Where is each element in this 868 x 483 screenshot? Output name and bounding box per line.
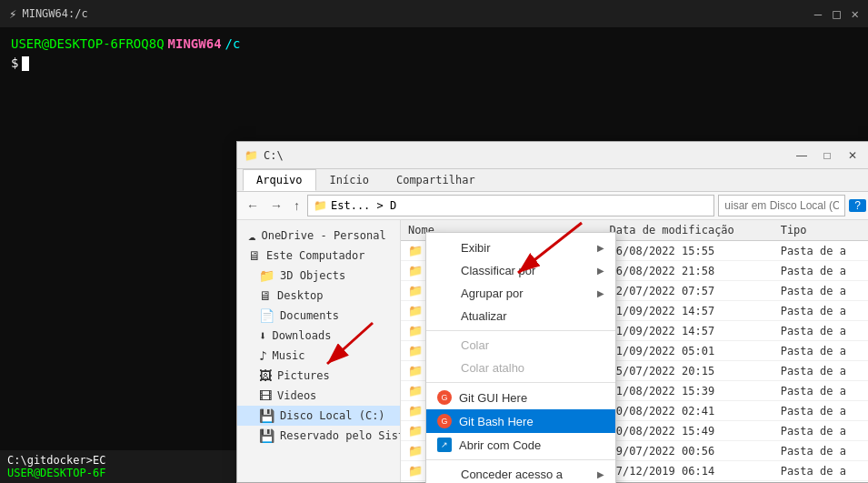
file-date: 01/09/2022 14:57 (603, 301, 773, 321)
bottom-user: USER@DESKTOP-6F (7, 467, 105, 479)
explorer-title-left: 📁 C:\ (244, 149, 284, 162)
ctx-item-agrupar[interactable]: Agrupar por ▶ (426, 282, 615, 305)
bottom-user-text: USER@DESKTOP-6F (7, 467, 229, 479)
computer-icon: 🖥 (248, 248, 261, 263)
sidebar-label-desktop: Desktop (277, 289, 324, 302)
file-type: Pasta de a (773, 261, 868, 281)
ctx-label-classificar: Classificar por (461, 264, 535, 277)
sidebar-item-este-computador[interactable]: 🖥 Este Computador (237, 246, 400, 266)
explorer-title-controls: — □ ✕ (790, 146, 864, 166)
ctx-label-vscode: Abrir com Code (459, 438, 541, 452)
sidebar-item-documents[interactable]: 📄 Documents (237, 306, 400, 326)
ribbon-tab-compartilhar[interactable]: Compartilhar (383, 169, 489, 191)
terminal-title-text: MINGW64:/c (22, 7, 87, 20)
ctx-separator-1 (426, 330, 615, 331)
explorer-maximize-button[interactable]: □ (815, 146, 839, 166)
sidebar-label-computer: Este Computador (266, 249, 364, 262)
sidebar-item-onedrive[interactable]: ☁ OneDrive - Personal (237, 226, 400, 246)
explorer-close-button[interactable]: ✕ (841, 146, 864, 166)
sidebar: ☁ OneDrive - Personal 🖥 Este Computador … (237, 220, 401, 482)
file-date: 06/08/2022 21:58 (603, 261, 773, 281)
sidebar-item-reservado[interactable]: 💾 Reservado pelo Sistema (237, 426, 400, 446)
disk-icon: 💾 (259, 408, 274, 423)
file-type: Pasta de a (773, 381, 868, 401)
close-button[interactable]: ✕ (852, 6, 859, 21)
bottom-prompt-text: C:\gitdocker>EC (7, 454, 229, 467)
ctx-label-colar-atalho: Colar atalho (461, 361, 524, 375)
ctx-label-git-gui: Git GUI Here (459, 391, 527, 405)
file-date: 16/08/2022 15:55 (603, 241, 773, 261)
git-gui-icon: G (437, 390, 452, 405)
ctx-label-acesso: Conceder acesso a (461, 468, 563, 481)
ctx-item-git-bash[interactable]: G Git Bash Here (426, 409, 615, 433)
pictures-icon: 🖼 (259, 368, 272, 383)
context-menu: Exibir ▶ Classificar por ▶ Agrupar por ▶… (425, 232, 616, 483)
sidebar-label-music: Music (272, 349, 304, 362)
ctx-label-atualizar: Atualizar (461, 309, 507, 323)
address-bar-text: Est... > D (331, 199, 396, 212)
3d-icon: 📁 (259, 268, 274, 283)
sidebar-label-pictures: Pictures (277, 369, 330, 382)
agrupar-arrow: ▶ (597, 288, 604, 298)
explorer-minimize-button[interactable]: — (790, 146, 813, 166)
terminal-titlebar: ⚡ MINGW64:/c — □ ✕ (0, 0, 868, 27)
prompt-line: USER@DESKTOP-6FROQ8Q MINGW64 /c (11, 35, 857, 54)
maximize-button[interactable]: □ (833, 6, 840, 21)
back-button[interactable]: ← (243, 196, 263, 215)
file-date: 22/07/2022 07:57 (603, 281, 773, 301)
dollar-line: $ (11, 54, 857, 73)
prompt-user: USER@DESKTOP-6FROQ8Q (11, 35, 165, 54)
sidebar-item-videos[interactable]: 🎞 Videos (237, 386, 400, 406)
terminal-icon: ⚡ (9, 6, 16, 21)
ctx-item-colar: Colar (426, 334, 615, 357)
sidebar-item-desktop[interactable]: 🖥 Desktop (237, 286, 400, 306)
sidebar-item-downloads[interactable]: ⬇ Downloads (237, 326, 400, 346)
ctx-item-vscode[interactable]: ↗ Abrir com Code (426, 433, 615, 457)
ctx-item-classificar[interactable]: Classificar por ▶ (426, 259, 615, 282)
file-date: 21/08/2022 15:39 (603, 381, 773, 401)
col-date[interactable]: Data de modificação (603, 220, 773, 241)
ctx-item-git-gui[interactable]: G Git GUI Here (426, 386, 615, 409)
terminal-body: USER@DESKTOP-6FROQ8Q MINGW64 /c $ (0, 27, 868, 80)
minimize-button[interactable]: — (814, 6, 822, 21)
ctx-label-exibir: Exibir (461, 241, 491, 255)
address-bar-icon: 📁 (314, 199, 327, 212)
sidebar-item-pictures[interactable]: 🖼 Pictures (237, 366, 400, 386)
ctx-separator-2 (426, 382, 615, 383)
git-bash-icon: G (437, 414, 452, 428)
ribbon-tab-inicio[interactable]: Início (316, 169, 383, 191)
sidebar-item-disco-local[interactable]: 💾 Disco Local (C:) (237, 406, 400, 426)
col-type[interactable]: Tipo (773, 220, 868, 241)
forward-button[interactable]: → (266, 196, 286, 215)
sidebar-item-3d-objects[interactable]: 📁 3D Objects (237, 266, 400, 286)
file-type: Pasta de a (773, 241, 868, 261)
ribbon-tab-arquivo[interactable]: Arquivo (243, 169, 316, 191)
downloads-icon: ⬇ (259, 328, 266, 343)
ctx-item-colar-atalho: Colar atalho (426, 357, 615, 379)
address-bar[interactable]: 📁 Est... > D (307, 195, 714, 216)
sidebar-label-3d: 3D Objects (280, 269, 345, 282)
sidebar-label-downloads: Downloads (272, 329, 331, 342)
file-type: Pasta de a (773, 401, 868, 421)
ctx-item-acesso[interactable]: Conceder acesso a ▶ (426, 463, 615, 483)
prompt-dollar: $ (11, 54, 18, 73)
music-icon: ♪ (259, 348, 266, 363)
sidebar-item-music[interactable]: ♪ Music (237, 346, 400, 366)
terminal-controls: — □ ✕ (814, 6, 859, 21)
ctx-item-atualizar[interactable]: Atualizar (426, 305, 615, 327)
help-button[interactable]: ? (849, 199, 866, 212)
file-type: Pasta de a (773, 281, 868, 301)
ctx-label-agrupar: Agrupar por (461, 287, 524, 300)
search-input[interactable] (718, 195, 845, 216)
ribbon-tabs: Arquivo Início Compartilhar (237, 169, 868, 191)
file-type: Pasta de a (773, 441, 868, 461)
sidebar-label-disco: Disco Local (C:) (280, 409, 385, 422)
onedrive-icon: ☁ (248, 228, 255, 243)
up-button[interactable]: ↑ (290, 196, 304, 215)
prompt-path: /c (225, 35, 241, 54)
documents-icon: 📄 (259, 308, 274, 323)
sidebar-label-onedrive: OneDrive - Personal (261, 229, 385, 242)
ctx-item-exibir[interactable]: Exibir ▶ (426, 236, 615, 259)
nav-bar: ← → ↑ 📁 Est... > D ? (237, 192, 868, 220)
file-date: 07/12/2019 06:14 (603, 461, 773, 481)
